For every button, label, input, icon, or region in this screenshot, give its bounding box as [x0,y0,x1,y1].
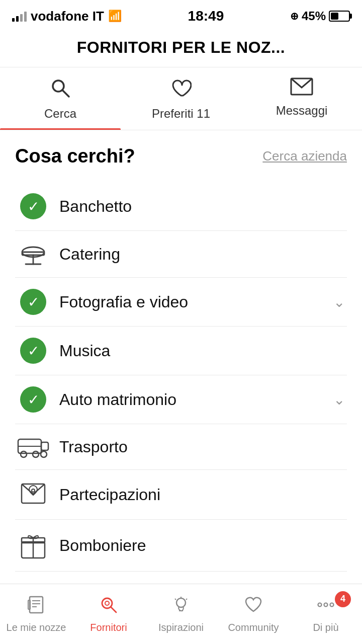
search2-icon [99,595,118,619]
check-icon: ✓ [20,289,46,315]
musica-label: Musica [59,342,347,360]
chevron-down-icon: ⌄ [333,294,345,310]
tab-cerca[interactable]: Cerca [0,67,121,130]
bottom-nav-dipiu[interactable]: Di più 4 [290,590,362,638]
tab-messaggi-label: Messaggi [276,104,328,118]
partecipazioni-label: Partecipazioni [59,486,347,504]
bottom-nav: Le mie nozze Fornitori Ispirazioni [0,584,362,644]
notebook-icon [27,595,46,619]
chevron-down-icon: ⌄ [333,391,345,408]
bottom-nav-community[interactable]: Community [217,590,290,638]
list-item[interactable]: ✓ Musica [15,327,347,375]
svg-point-32 [324,603,328,606]
bottom-nav-ispirazioni[interactable]: Ispirazioni [145,590,217,638]
category-list: ✓ Banchetto Catering ✓ Fotografia e vide… [15,182,347,572]
svg-line-1 [62,90,69,97]
list-item[interactable]: Bomboniere [15,520,347,572]
list-item[interactable]: Catering [15,231,347,278]
svg-point-33 [330,603,334,606]
svg-point-14 [32,489,35,492]
list-item[interactable]: ✓ Fotografia e video ⌄ [15,278,347,327]
status-bar: vodafone IT 📶 18:49 ⊕ 45% [0,0,362,30]
list-item[interactable]: ✓ Banchetto [15,182,347,231]
svg-rect-8 [41,442,48,450]
list-item[interactable]: ✓ Auto matrimonio ⌄ [15,375,347,424]
bottom-nav-community-label: Community [228,622,279,633]
bomboniere-icon [15,531,51,560]
check-icon: ✓ [20,193,46,219]
envelope-icon [290,77,313,99]
banchetto-icon-wrap: ✓ [15,193,51,219]
svg-line-24 [111,607,116,612]
tab-cerca-label: Cerca [44,107,76,121]
battery-percent: 45% [302,9,326,23]
top-tabs: Cerca Preferiti 11 Messaggi [0,67,362,130]
status-left: vodafone IT 📶 [12,9,122,24]
auto-label: Auto matrimonio [59,390,333,409]
bottom-nav-fornitori[interactable]: Fornitori [72,590,145,638]
section-header: Cosa cerchi? Cerca azienda [15,145,347,167]
notification-badge: 4 [335,591,351,607]
check-icon: ✓ [20,338,46,364]
catering-icon [15,242,51,266]
carrier-label: vodafone IT [31,9,104,24]
check-icon: ✓ [20,386,46,413]
svg-point-26 [176,598,186,607]
trasporto-label: Trasporto [59,438,347,456]
svg-point-31 [318,603,322,606]
svg-point-23 [102,598,112,608]
list-item[interactable]: Partecipazioni [15,470,347,520]
bottom-nav-dipiu-label: Di più [313,622,338,633]
catering-label: Catering [59,245,347,264]
search-icon [50,77,71,102]
bottom-nav-ispirazioni-label: Ispirazioni [158,622,204,633]
auto-icon-wrap: ✓ [15,386,51,413]
main-content: Cosa cerchi? Cerca azienda ✓ Banchetto C… [0,130,362,637]
cerca-azienda-link[interactable]: Cerca azienda [262,148,347,164]
bomboniere-label: Bomboniere [59,536,347,555]
list-item[interactable]: Trasporto [15,424,347,470]
bottom-nav-fornitori-label: Fornitori [90,622,127,633]
section-title: Cosa cerchi? [15,145,135,167]
fotografia-label: Fotografia e video [59,293,333,311]
page-title: FORNITORI PER LE NOZ... [0,30,362,67]
trasporto-icon [15,435,51,458]
svg-point-9 [21,451,27,457]
svg-line-29 [175,599,176,600]
battery-icon [329,11,350,22]
tab-messaggi[interactable]: Messaggi [241,67,362,130]
location-icon: ⊕ [290,10,299,22]
signal-icon [12,11,27,22]
tab-preferiti-label: Preferiti 11 [152,107,210,121]
svg-point-10 [33,451,39,457]
svg-point-11 [41,451,47,457]
tab-preferiti[interactable]: Preferiti 11 [121,67,241,130]
bulb-icon [171,595,191,619]
battery-container: ⊕ 45% [290,9,350,23]
bottom-nav-mienozze-label: Le mie nozze [7,622,66,633]
heart-icon [170,77,192,102]
svg-line-30 [186,599,187,600]
wifi-icon: 📶 [108,10,122,23]
svg-rect-18 [30,597,43,613]
partecipazioni-icon [15,481,51,508]
musica-icon-wrap: ✓ [15,338,51,364]
time-label: 18:49 [188,8,224,24]
dots-icon [316,595,335,619]
svg-point-25 [105,601,109,605]
bottom-nav-mienozze[interactable]: Le mie nozze [0,590,72,638]
heart2-icon [244,595,263,619]
banchetto-label: Banchetto [59,197,347,216]
fotografia-icon-wrap: ✓ [15,289,51,315]
